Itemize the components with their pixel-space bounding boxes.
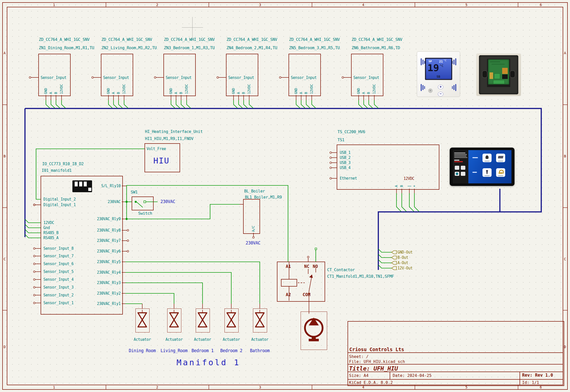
actuator-room-label[interactable]: Bedroom 1 bbox=[187, 348, 218, 353]
hier-output-label[interactable]: 12V-Out bbox=[397, 266, 413, 270]
switch-symbol[interactable] bbox=[132, 197, 154, 210]
dip-switch-icon bbox=[72, 180, 92, 192]
pcb-board bbox=[488, 59, 509, 85]
zone-device-name[interactable]: ZD_CC764_A_WHI_1GC_SNV bbox=[101, 37, 152, 42]
tablet-tile bbox=[482, 154, 492, 162]
manifold-value[interactable]: I01_manifold1 bbox=[42, 168, 72, 173]
zone-bottom-pin-label: B bbox=[116, 79, 121, 94]
zone-bottom-pin-label: B bbox=[366, 79, 371, 94]
zone-bottom-pin-label: A bbox=[111, 79, 116, 94]
zone-bottom-pin-label: GND bbox=[356, 79, 361, 94]
manifold-symbol[interactable] bbox=[41, 176, 123, 315]
ruler-row-label: D bbox=[564, 345, 566, 349]
touchscreen-photo[interactable] bbox=[450, 148, 515, 186]
zone-bottom-pin-label: B bbox=[241, 79, 246, 94]
switch-ref[interactable]: SW1 bbox=[131, 190, 137, 194]
ruler-row-label: B bbox=[564, 154, 566, 158]
actuator-symbol[interactable] bbox=[253, 309, 267, 332]
actuator-symbol[interactable] bbox=[196, 309, 210, 332]
switch-label[interactable]: Switch bbox=[138, 211, 152, 216]
schematic-sheet: 112233445566AABBCCDDZD_CC764_A_WHI_1GC_S… bbox=[0, 0, 570, 392]
zone-bottom-pin-label: A bbox=[299, 79, 303, 94]
actuator-symbol[interactable] bbox=[135, 309, 150, 332]
tablet-sidebar bbox=[453, 150, 468, 183]
contactor-value[interactable]: CT1_Manifold1,M1,R10,TN1,SFMF bbox=[327, 274, 394, 279]
title-block-id: Id: 1/1 bbox=[522, 380, 539, 385]
zone-bottom-pin-label: B bbox=[179, 79, 183, 94]
title-block-rev: Rev: Rev 1.0 bbox=[522, 373, 553, 378]
contactor-device-name[interactable]: CT_Contactor bbox=[327, 267, 355, 272]
zone-value[interactable]: ZN3_Bedroom_1,M1,R3,TU bbox=[164, 45, 215, 50]
zone-bottom-pin-label: A bbox=[236, 79, 241, 94]
manifold-device-name[interactable]: IO_CC773_R10_I8_D2 bbox=[42, 161, 83, 166]
thermostat-sp-unit: °C bbox=[444, 59, 446, 62]
boiler-device-name[interactable]: BL_Boiler bbox=[244, 189, 265, 193]
hier-output-label[interactable]: GND-Out bbox=[397, 250, 413, 255]
hiu-body-text[interactable]: HIU bbox=[153, 156, 169, 165]
thermostat-sp-value: 21 bbox=[439, 60, 443, 63]
zone-bottom-pin-label: A bbox=[48, 79, 53, 94]
net-label-230vac-boiler[interactable]: 230VAC bbox=[246, 240, 260, 245]
zone-value[interactable]: ZN2_Living_Room,M1,R2,TU bbox=[101, 45, 157, 50]
ruler-column-label: 1 bbox=[53, 3, 55, 7]
zone-device-name[interactable]: ZD_CC764_A_WHI_1GC_SNV bbox=[289, 37, 340, 42]
tablet-tile bbox=[496, 154, 505, 162]
boiler-pin-ac[interactable]: A/C bbox=[251, 220, 255, 232]
zone-bottom-pin-label: GND bbox=[43, 79, 48, 94]
zone-bottom-pin-label: 12VDC bbox=[372, 79, 376, 94]
zone-bottom-pin-label: GND bbox=[168, 79, 173, 94]
zone-bottom-pin-label: GND bbox=[231, 79, 236, 94]
contactor-pin-nc: NC bbox=[304, 264, 309, 269]
zone-device-name[interactable]: ZD_CC764_A_WHI_1GC_SNV bbox=[39, 37, 90, 42]
zone-value[interactable]: ZN1_Dining_Room,M1,R1,TU bbox=[39, 45, 94, 50]
hiu-device-name[interactable]: HI_Heating_Interface_Unit bbox=[145, 129, 203, 134]
ruler-column-label: 1 bbox=[53, 385, 55, 389]
ruler-row-label: A bbox=[564, 51, 566, 55]
actuator-room-label[interactable]: Dining Room bbox=[127, 348, 157, 353]
hiu-pin-volt-free[interactable]: Volt_Free bbox=[147, 147, 166, 151]
ruler-row-label: B bbox=[4, 154, 6, 158]
hier-output-label[interactable]: A-Out bbox=[397, 261, 408, 265]
ruler-column-label: 2 bbox=[156, 385, 158, 389]
hier-output-label[interactable]: B-Out bbox=[397, 255, 408, 260]
net-label-230vac-switch[interactable]: 230VAC bbox=[160, 199, 175, 204]
actuator-label: Actuator bbox=[164, 337, 184, 342]
title-block-title: Title: UFH_HIU bbox=[349, 365, 398, 372]
title-block-file: File: UFH_HIU.kicad_sch bbox=[349, 359, 405, 364]
actuator-symbol[interactable] bbox=[224, 309, 239, 332]
zone-value[interactable]: ZN5_Bedroom_3,M1,R5,TU bbox=[289, 45, 340, 50]
zone-bottom-pin-label: B bbox=[304, 79, 308, 94]
thermostat-settings-button: ⚙ bbox=[428, 89, 433, 93]
actuator-symbol[interactable] bbox=[167, 309, 181, 332]
actuator-room-label[interactable]: Bedroom 2 bbox=[216, 348, 246, 353]
tablet-tile bbox=[496, 168, 505, 177]
pump-symbol[interactable] bbox=[301, 312, 327, 350]
actuator-label: Actuator bbox=[132, 337, 152, 342]
thermostat-photo[interactable]: SP 21 °C 19 °C SB ⚙ + − bbox=[417, 51, 460, 97]
ruler-column-label: 6 bbox=[540, 3, 542, 7]
thermostat-minus-button: − bbox=[438, 92, 443, 96]
touchscreen-symbol[interactable] bbox=[337, 145, 439, 190]
zone-device-name[interactable]: ZD_CC764_A_WHI_1GC_SNV bbox=[352, 37, 402, 42]
hiu-value[interactable]: HI1_HIU,M1,R9,I1,FNOV bbox=[145, 136, 193, 141]
zone-device-name[interactable]: ZD_CC764_A_WHI_1GC_SNV bbox=[226, 37, 277, 42]
title-block-size: Size: A4 bbox=[349, 373, 368, 378]
tablet-row-label-zones bbox=[472, 172, 477, 173]
contactor-pin-no: NO bbox=[313, 264, 318, 269]
actuator-label: Actuator bbox=[221, 337, 241, 342]
touchscreen-ref[interactable]: TS1 bbox=[337, 137, 344, 142]
ruler-column-label: 3 bbox=[259, 3, 261, 7]
zone-device-name[interactable]: ZD_CC764_A_WHI_1GC_SNV bbox=[164, 37, 215, 42]
thermostat-temp: 19 bbox=[428, 62, 439, 73]
zone-value[interactable]: ZN6_Bathroom,M1,R6,TD bbox=[352, 45, 400, 50]
touchscreen-device-name[interactable]: TS_CC200_HV6 bbox=[337, 129, 365, 134]
actuator-room-label[interactable]: Living_Room bbox=[159, 348, 189, 353]
ruler-column-label: 4 bbox=[362, 3, 364, 7]
actuator-room-label[interactable]: Bathroom bbox=[245, 348, 275, 353]
pcb-module-photo[interactable] bbox=[476, 54, 521, 96]
contactor-pin-a2: A2 bbox=[286, 292, 291, 297]
touchscreen-power-label: 12VDC bbox=[404, 176, 414, 181]
zone-value[interactable]: ZN4_Bedroom_2,M1,R4,TU bbox=[226, 45, 277, 50]
thermostat-temp-unit: °C bbox=[440, 64, 444, 68]
manifold-group-label[interactable]: Manifold 1 bbox=[177, 358, 240, 367]
